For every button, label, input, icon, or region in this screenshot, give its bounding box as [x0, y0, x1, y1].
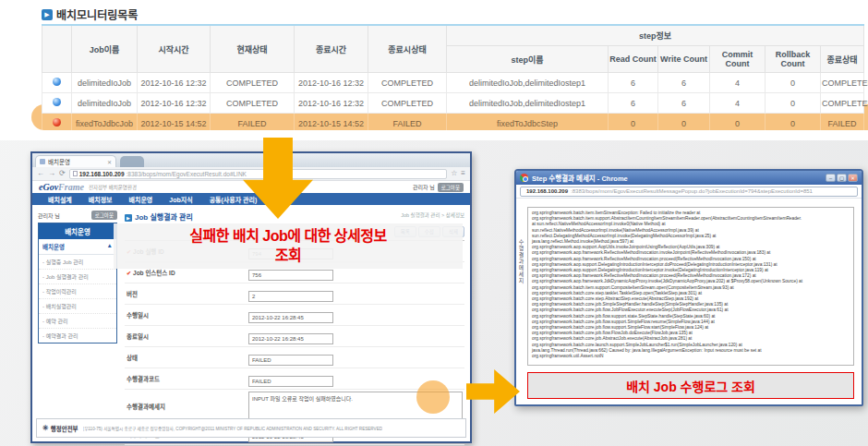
egovframe-logo: eGovFrame	[39, 182, 84, 192]
popup-url-input[interactable]: 192.168.100.209:8383/bops/mom/EgovExecut…	[520, 187, 858, 197]
detail-annotation-line1: 실패한 배치 Job에 대한 상세정보	[114, 226, 463, 246]
sidebar-group[interactable]: 배치운영 ▲	[39, 239, 116, 255]
sidebar-item[interactable]: 작업이력관리	[39, 284, 116, 299]
col-start-time: 시작시간	[138, 25, 211, 73]
content-title: Job 실행결과 관리	[135, 213, 193, 222]
stacktrace-line: org.springframework.util.Assert.notN	[532, 354, 850, 359]
form-row: ✔수행결과코드 FAILED	[125, 368, 464, 390]
cell-start-time: 2012-10-16 12:32	[138, 93, 211, 114]
form-row: ✔종료일시 2012-10-22 16:28:45	[125, 326, 464, 347]
browser-tab-bar: 배치운영 ✕	[32, 153, 470, 167]
field-input[interactable]: 2012-10-22 16:28:45	[248, 312, 333, 323]
cell-step-end-status: COMPLETED	[821, 93, 864, 114]
col-step-name: step이름	[447, 46, 609, 73]
tab-close-icon[interactable]: ✕	[107, 159, 112, 165]
menu-icon[interactable]: ≡	[461, 170, 465, 177]
close-button[interactable]: ✕	[848, 174, 858, 182]
sidebar-user-row: 관리자 님 로그아웃	[38, 211, 117, 220]
log-annotation-box: 배치 Job 수행로그 조회	[527, 372, 854, 399]
new-tab-button[interactable]	[120, 156, 144, 167]
popup-url-bar: 192.168.100.209:8383/bops/mom/EgovExecut…	[516, 185, 862, 199]
status-dot-icon	[53, 118, 61, 127]
copyright-text: (우110-75) 서울특별시 종로구 세종로 정부중앙청사, COPYRIGH…	[83, 426, 382, 431]
view-button-highlight	[416, 380, 450, 414]
col-step-end-status: 종료상태	[821, 46, 864, 73]
cell-step-end-status: FAILED	[821, 114, 864, 134]
stacktrace-box[interactable]: org.springframework.batch.item.ItemStrea…	[527, 207, 854, 366]
field-input[interactable]: FAILED	[248, 376, 333, 387]
cell-end-status: COMPLETED	[368, 73, 447, 93]
sidebar-logout-button[interactable]: 로그아웃	[91, 211, 117, 220]
nav-item[interactable]: Job지식	[161, 195, 200, 204]
cell-step-name: delimitedIoJob,delimitedIostep1	[447, 73, 609, 93]
nav-item[interactable]: 배치운영	[121, 195, 162, 204]
field-input[interactable]: 2012-10-22 16:28:45	[248, 333, 333, 344]
cell-commit-count: 4	[710, 73, 766, 93]
right-arrow	[466, 369, 520, 414]
browser-tab[interactable]: 배치운영 ✕	[35, 155, 116, 167]
url-input[interactable]: 192.168.100.209:8383/bops/mom/EgovExecut…	[69, 169, 447, 179]
form-row: ✔버전 2	[125, 283, 464, 305]
cell-end-time: 2012-10-15 14:52	[295, 114, 368, 134]
cell-end-time: 2012-10-16 12:32	[295, 73, 368, 93]
favicon	[40, 159, 45, 164]
url-path: :8383/bops/mom/EgovExecutResult.do#LINK	[127, 171, 247, 177]
url-host: 192.168.100.209	[79, 171, 125, 177]
sidebar-item[interactable]: 예약결과 관리	[39, 329, 116, 343]
popup-title-bar[interactable]: Step 수행결과 메세지 - Chrome – ▢ ✕	[516, 171, 862, 185]
forward-icon[interactable]: →	[48, 170, 55, 177]
cell-start-time: 2012-10-16 12:32	[138, 73, 211, 93]
cell-current-status: COMPLETED	[211, 93, 295, 114]
cell-step-name: fixedToJdbcStep	[447, 114, 609, 134]
sidebar-item[interactable]: 배치실행관리	[39, 299, 116, 314]
header-user-area: 관리자 님 로그아웃	[413, 183, 464, 192]
field-input[interactable]: 756	[248, 270, 333, 281]
page-icon	[73, 171, 78, 176]
monitor-row[interactable]: delimitedIoJob 2012-10-16 12:32 COMPLETE…	[42, 93, 864, 114]
sidebar-item[interactable]: Job 실행결과 관리	[39, 270, 116, 284]
back-icon[interactable]: ←	[37, 170, 44, 177]
field-label: 수행결과코드	[127, 376, 160, 382]
panel-title-row: ▶ 배치모니터링목록	[42, 6, 138, 22]
monitor-row[interactable]: fixedToJdbcJob 2012-10-15 14:52 FAILED 2…	[42, 114, 864, 134]
reload-icon[interactable]: ⟳	[59, 170, 66, 177]
list-bullet-icon: ▶	[42, 9, 53, 20]
field-label: 종료일시	[127, 333, 149, 340]
monitor-table-header: Job이름 시작시간 현재상태 종료시간 종료시상태 step정보 step이름…	[42, 25, 864, 73]
bookmark-star-icon[interactable]: ☆	[451, 170, 457, 177]
nav-item[interactable]: 배치정보	[80, 195, 121, 204]
cell-end-status: COMPLETED	[368, 93, 447, 114]
cell-current-status: FAILED	[211, 114, 295, 134]
breadcrumb: Job 실행결과 관리 > 상세정보	[401, 211, 464, 219]
panel-title: 배치모니터링목록	[56, 6, 138, 22]
maximize-button[interactable]: ▢	[837, 174, 847, 182]
main-nav: 배치설계배치정보배치운영Job지식공통(사용자 관리)	[32, 193, 470, 205]
col-rollback-count: Rollback Count	[766, 46, 821, 73]
cell-step-name: delimitedIoJob,delimitedIostep1	[447, 93, 609, 114]
cell-job-name: delimitedIoJob	[72, 93, 138, 114]
nav-item[interactable]: 배치설계	[40, 195, 80, 204]
col-read-count: Read Count	[609, 46, 658, 73]
nav-item[interactable]: 공통(사용자 관리)	[201, 195, 266, 204]
cell-rollback-count: 0	[766, 93, 821, 114]
sidebar-item[interactable]: 실행중 Job 관리	[39, 255, 116, 270]
sidebar-item[interactable]: 예약 관리	[39, 314, 116, 329]
popup-title: Step 수행결과 메세지 - Chrome	[532, 173, 822, 183]
minimize-button[interactable]: –	[826, 174, 836, 182]
logout-button[interactable]: 로그아웃	[438, 183, 464, 192]
field-label: 수행일시	[127, 312, 149, 319]
cell-write-count: 0	[658, 114, 710, 134]
sidebar-title: 배치운영	[39, 223, 116, 239]
form-row: ✔수행일시 2012-10-22 16:28:45	[125, 305, 464, 326]
monitor-row[interactable]: delimitedIoJob 2012-10-16 12:32 COMPLETE…	[42, 73, 864, 93]
detail-annotation: 실패한 배치 Job에 대한 상세정보 조회	[114, 223, 463, 269]
field-label: 수행결과메세지	[127, 404, 165, 410]
col-group-step-info: step정보	[447, 25, 864, 46]
required-icon: ✔	[127, 271, 131, 276]
cell-step-end-status: COMPLETED	[821, 73, 864, 93]
field-input[interactable]: 2	[248, 291, 333, 302]
log-annotation-text: 배치 Job 수행로그 조회	[626, 377, 755, 395]
ministry-name: 행정안전부	[51, 424, 78, 433]
field-input[interactable]: FAILED	[248, 355, 333, 366]
batch-monitor-panel: ▶ 배치모니터링목록 Job이름 시작시간 현재상태 종료시간 종료시상태 st…	[0, 0, 868, 140]
